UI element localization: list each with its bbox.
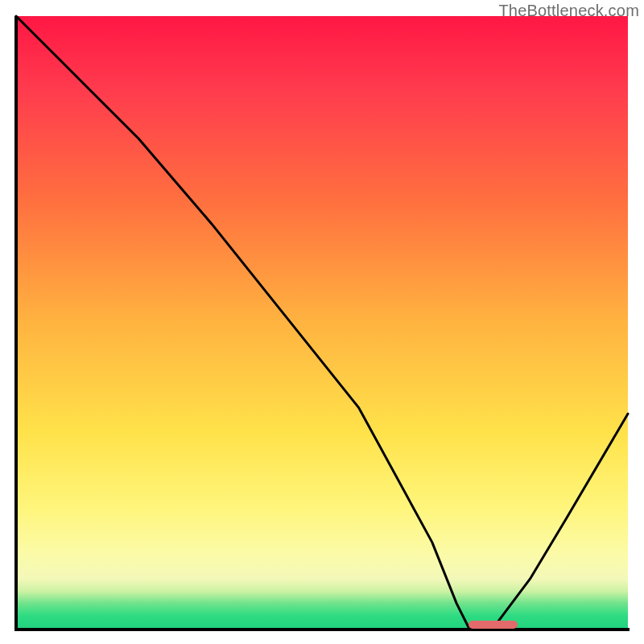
optimal-range-marker: [469, 621, 518, 629]
axis-x: [14, 628, 630, 631]
watermark-text: TheBottleneck.com: [498, 2, 639, 20]
bottleneck-curve: [16, 16, 628, 628]
bottleneck-chart: TheBottleneck.com: [0, 0, 644, 644]
curve-layer: [16, 16, 628, 628]
